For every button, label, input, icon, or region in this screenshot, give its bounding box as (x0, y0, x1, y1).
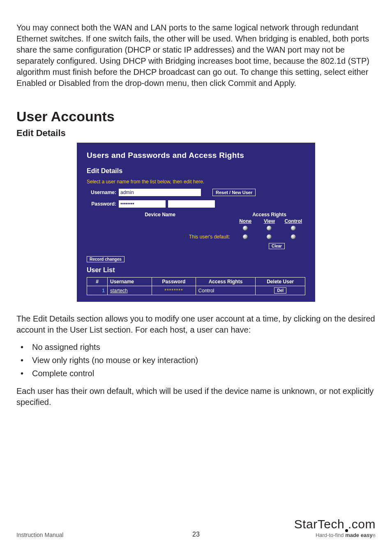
user-row-access: Control (196, 286, 256, 295)
user-row-delete-cell: Del (256, 286, 305, 295)
reset-new-user-button[interactable]: Reset / New User (212, 189, 256, 196)
closing-paragraph: Each user has their own default, which w… (16, 386, 376, 408)
username-label: Username: (87, 190, 119, 195)
password-label: Password: (87, 201, 119, 207)
userlist-col-username: Username (108, 278, 152, 286)
footer-doc-label: Instruction Manual (16, 532, 63, 538)
radio-view-row1[interactable] (267, 226, 272, 231)
radio-none-default[interactable] (243, 234, 248, 239)
userlist-col-num: # (87, 278, 108, 286)
this-users-default-label: This user's default: (87, 234, 233, 240)
userlist-col-password: Password (152, 278, 196, 286)
section-heading-user-accounts: User Accounts (16, 109, 376, 125)
device-name-header: Device Name (87, 212, 233, 224)
edit-details-description: The Edit Details section allows you to m… (16, 313, 376, 336)
brand-name-a: StarTech (294, 517, 344, 531)
panel-title: Users and Passwords and Access Rights (87, 151, 305, 160)
user-row-password: ******** (152, 286, 196, 295)
rights-col-control: Control (281, 218, 305, 224)
tagline-b: made easy (345, 532, 373, 538)
table-row: 1 startech ******** Control Del (87, 286, 305, 295)
access-rights-panel: Users and Passwords and Access Rights Ed… (77, 143, 315, 302)
userlist-col-delete: Delete User (256, 278, 305, 286)
password-input[interactable] (119, 200, 166, 208)
brand-dot-icon (344, 517, 348, 531)
access-rights-grid: Device Name Access Rights None View Cont… (87, 212, 305, 249)
rights-col-view: View (257, 218, 281, 224)
subheading-edit-details: Edit Details (16, 128, 376, 139)
user-row-num: 1 (87, 286, 108, 295)
user-list-table: # Username Password Access Rights Delete… (87, 277, 305, 295)
password-confirm-input[interactable] (168, 200, 215, 208)
userlist-col-access: Access Rights (196, 278, 256, 286)
radio-control-row1[interactable] (291, 226, 296, 231)
brand-name-b: .com (348, 517, 376, 531)
radio-control-default[interactable] (291, 234, 296, 239)
list-item: View only rights (no mouse or key intera… (21, 354, 376, 367)
panel-subtitle: Edit Details (87, 167, 305, 175)
brand-logo: StarTech .com Hard-to-find made easy® (294, 517, 376, 538)
radio-view-default[interactable] (267, 234, 272, 239)
radio-none-row1[interactable] (243, 226, 248, 231)
registered-icon: ® (373, 534, 376, 538)
list-item: No assigned rights (21, 340, 376, 354)
page-footer: Instruction Manual 23 StarTech .com Hard… (16, 517, 376, 538)
intro-paragraph: You may connect both the WAN and LAN por… (16, 22, 376, 89)
delete-user-button[interactable]: Del (274, 287, 286, 294)
access-rights-header: Access Rights (233, 212, 305, 217)
rights-col-none: None (233, 218, 257, 224)
tagline-a: Hard-to-find (316, 532, 345, 538)
list-item: Complete control (21, 367, 376, 380)
clear-button[interactable]: Clear (269, 243, 285, 249)
username-input[interactable] (119, 189, 201, 196)
user-row-username-link[interactable]: startech (108, 286, 152, 295)
user-list-title: User List (87, 266, 305, 274)
footer-page-number: 23 (192, 531, 200, 538)
panel-instruction: Select a user name from the list below, … (87, 179, 305, 185)
rights-bullet-list: No assigned rights View only rights (no … (16, 340, 376, 380)
record-changes-button[interactable]: Record changes (87, 256, 125, 262)
